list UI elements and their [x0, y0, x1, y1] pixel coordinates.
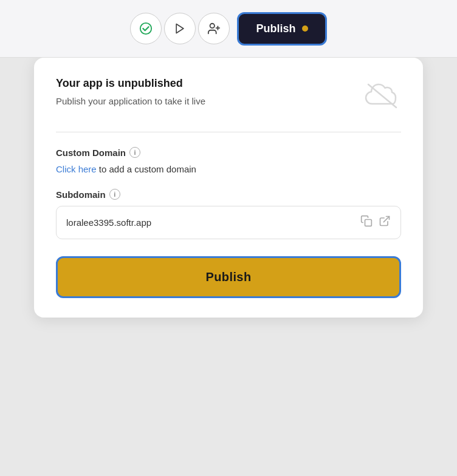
subdomain-label: Subdomain i: [56, 189, 401, 200]
divider: [56, 132, 401, 132]
check-button[interactable]: [130, 13, 162, 44]
svg-point-2: [210, 24, 215, 28]
toolbar: Publish: [0, 0, 457, 58]
play-icon: [174, 22, 186, 35]
svg-rect-6: [365, 220, 372, 226]
svg-line-7: [383, 217, 389, 222]
panel-title-area: Your app is unpublished Publish your app…: [56, 77, 205, 107]
subdomain-value: loralee3395.softr.app: [66, 217, 151, 228]
publish-top-button[interactable]: Publish: [237, 12, 326, 46]
custom-domain-info-icon[interactable]: i: [129, 147, 140, 158]
svg-point-0: [140, 23, 151, 34]
check-icon: [139, 22, 153, 35]
publish-top-label: Publish: [256, 22, 295, 35]
add-user-button[interactable]: [198, 13, 230, 44]
add-user-icon: [207, 22, 221, 35]
panel-wrapper: Your app is unpublished Publish your app…: [0, 58, 457, 476]
custom-domain-label: Custom Domain i: [56, 147, 401, 158]
subdomain-info-icon[interactable]: i: [109, 189, 120, 200]
panel-subtitle: Publish your application to take it live: [56, 95, 205, 107]
publish-panel: Your app is unpublished Publish your app…: [34, 58, 423, 318]
custom-domain-text: Click here to add a custom domain: [56, 164, 401, 174]
external-link-icon[interactable]: [379, 215, 391, 230]
cloud-icon: [362, 80, 401, 117]
toolbar-icons: Publish: [130, 12, 326, 46]
play-button[interactable]: [164, 13, 196, 44]
copy-icon[interactable]: [360, 215, 373, 230]
custom-domain-link[interactable]: Click here: [56, 164, 97, 174]
publish-status-dot: [302, 25, 308, 32]
subdomain-input-wrapper: loralee3395.softr.app: [56, 206, 401, 239]
svg-marker-1: [177, 24, 184, 33]
publish-main-button[interactable]: Publish: [56, 256, 401, 298]
panel-header: Your app is unpublished Publish your app…: [56, 77, 401, 117]
panel-title: Your app is unpublished: [56, 77, 205, 90]
subdomain-actions: [360, 215, 391, 230]
